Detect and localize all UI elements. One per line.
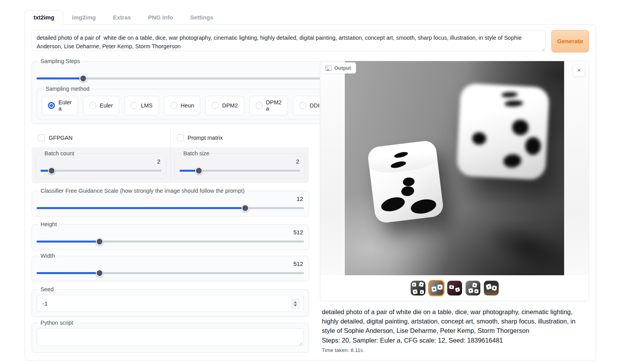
python-script-wrap	[37, 328, 304, 348]
python-script-fieldset: Python script	[32, 320, 309, 353]
thumbnail-1[interactable]	[411, 281, 425, 295]
sampling-steps-slider-handle[interactable]	[79, 75, 87, 82]
batch-size-label: Batch size	[181, 150, 212, 157]
sampling-steps-label: Sampling Steps	[38, 58, 83, 64]
thumbnail-4[interactable]	[466, 281, 480, 295]
app-container: txt2img img2img Extras PNG Info Settings…	[25, 10, 596, 360]
prompt-row: detailed photo of a pair of white die on…	[32, 30, 589, 53]
prompt-matrix-checkbox[interactable]	[177, 134, 184, 141]
batch-size-fieldset: Batch size 2	[175, 150, 305, 179]
tab-settings[interactable]: Settings	[182, 11, 222, 24]
radio-euler-a[interactable]: Euler a	[42, 96, 78, 115]
thumbnail-strip	[320, 275, 589, 301]
batch-size-slider-handle[interactable]	[195, 167, 203, 174]
radio-icon	[212, 102, 219, 109]
radio-icon	[256, 102, 263, 109]
gfpgan-option[interactable]: GFPGAN	[32, 128, 170, 147]
radio-icon	[170, 102, 177, 109]
radio-dpm2-a[interactable]: DPM2 a	[249, 96, 288, 115]
radio-icon	[299, 102, 306, 109]
image-stage	[320, 61, 589, 275]
radio-label: Euler	[100, 102, 113, 109]
radio-dpm2[interactable]: DPM2	[205, 96, 244, 115]
tab-extras[interactable]: Extras	[104, 11, 139, 24]
radio-label: DPM2	[222, 102, 238, 109]
thumbnail-3[interactable]	[447, 281, 462, 295]
width-slider-handle[interactable]	[96, 269, 103, 277]
width-fieldset: Width 512	[32, 253, 309, 281]
seed-input-box	[37, 295, 304, 312]
seed-input[interactable]	[42, 300, 272, 307]
output-column: Output ×	[320, 58, 589, 353]
gfpgan-checkbox[interactable]	[38, 134, 45, 141]
image-icon	[325, 65, 332, 71]
width-label: Width	[38, 253, 57, 259]
seed-label: Seed	[38, 286, 56, 292]
width-value: 512	[37, 260, 304, 269]
output-panel: Output ×	[320, 61, 589, 301]
batch-count-label: Batch count	[42, 150, 77, 157]
cfg-scale-label: Classifier Free Guidance Scale (how stro…	[38, 188, 247, 194]
caption-params: Steps: 20, Sampler: Euler a, CFG scale: …	[322, 336, 589, 345]
tab-img2img[interactable]: img2img	[63, 11, 104, 24]
prompt-input[interactable]: detailed photo of a pair of white die on…	[32, 30, 546, 51]
options-group: GFPGAN Prompt matrix Batch count	[32, 128, 309, 183]
dice-shadow	[466, 205, 564, 275]
die-top-face	[367, 140, 438, 175]
height-label: Height	[38, 221, 59, 227]
generation-caption: detailed photo of a pair of white die on…	[320, 308, 589, 353]
batch-size-value: 2	[180, 158, 300, 167]
batch-size-slider[interactable]	[180, 167, 300, 174]
radio-label: Heun	[181, 102, 194, 109]
height-slider-handle[interactable]	[96, 238, 103, 245]
txt2img-panel: detailed photo of a pair of white die on…	[25, 24, 596, 360]
txt2img-page: txt2img img2img Extras PNG Info Settings…	[0, 0, 621, 364]
radio-heun[interactable]: Heun	[164, 96, 201, 115]
batch-count-fieldset: Batch count 2	[35, 150, 166, 179]
python-script-input[interactable]	[37, 328, 304, 346]
radio-icon	[131, 102, 138, 109]
generate-button[interactable]: Generate	[551, 30, 589, 53]
seed-script-group: Seed Python script	[32, 286, 309, 353]
cfg-scale-slider-handle[interactable]	[242, 204, 249, 212]
caption-time-taken: Time taken: 8.11s	[322, 347, 589, 353]
height-fieldset: Height 512	[32, 221, 309, 250]
batch-count-slider[interactable]	[41, 167, 161, 174]
thumbnail-5[interactable]	[484, 281, 499, 295]
output-header: Output	[321, 62, 356, 74]
height-value: 512	[37, 229, 304, 238]
batch-count-slider-handle[interactable]	[48, 167, 55, 174]
radio-euler[interactable]: Euler	[83, 96, 119, 115]
seed-fieldset: Seed	[32, 286, 309, 317]
tab-png-info[interactable]: PNG Info	[139, 11, 182, 24]
radio-label: DPM2 a	[266, 99, 282, 112]
thumbnail-2-selected[interactable]	[429, 281, 444, 295]
sampling-method-label: Sampling method	[43, 86, 92, 92]
output-header-label: Output	[334, 65, 351, 71]
height-slider[interactable]	[37, 238, 304, 245]
cfg-scale-slider[interactable]	[37, 204, 304, 211]
generated-image[interactable]	[345, 61, 564, 275]
gfpgan-label: GFPGAN	[49, 135, 72, 141]
width-slider[interactable]	[37, 269, 304, 276]
radio-lms[interactable]: LMS	[124, 96, 159, 115]
seed-stepper-icon[interactable]	[291, 298, 300, 309]
prompt-matrix-option[interactable]: Prompt matrix	[170, 128, 309, 147]
python-script-label: Python script	[38, 320, 76, 326]
close-output-button[interactable]: ×	[573, 65, 585, 76]
cfg-scale-value: 12	[37, 195, 304, 204]
settings-column: Sampling Steps 20 Sampling method	[32, 58, 309, 353]
radio-icon	[89, 102, 96, 109]
batch-count-value: 2	[41, 158, 161, 167]
prompt-matrix-label: Prompt matrix	[188, 135, 223, 141]
radio-label: LMS	[141, 102, 153, 109]
tab-bar: txt2img img2img Extras PNG Info Settings	[25, 10, 596, 24]
die-right	[456, 83, 550, 180]
caption-prompt: detailed photo of a pair of white die on…	[322, 308, 589, 335]
prompt-input-wrap: detailed photo of a pair of white die on…	[32, 30, 546, 53]
radio-selected-icon	[48, 102, 55, 109]
tab-txt2img[interactable]: txt2img	[25, 10, 63, 25]
dimensions-group: Height 512 Width 512	[32, 221, 309, 281]
radio-label: Euler a	[58, 99, 72, 112]
die-left	[367, 140, 445, 224]
